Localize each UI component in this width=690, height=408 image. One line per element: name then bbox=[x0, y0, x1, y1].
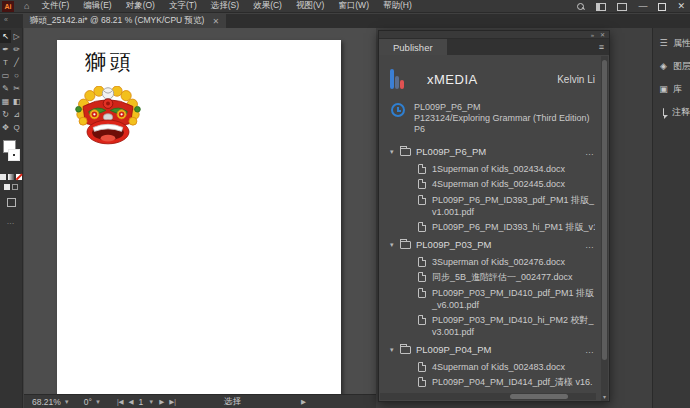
color-button[interactable] bbox=[0, 174, 6, 180]
more-actions-icon[interactable]: … bbox=[585, 240, 595, 250]
type-tool-icon[interactable]: T bbox=[0, 56, 11, 69]
project-row[interactable]: PL009P_P6_PM P123124/Exploring Grammar (… bbox=[390, 102, 595, 135]
horizontal-scrollbar-thumb[interactable] bbox=[510, 394, 568, 399]
change-screen-mode-icon[interactable] bbox=[7, 198, 16, 207]
folder-row[interactable]: ▾ PL009P_P04_PM … bbox=[390, 342, 595, 357]
document-close-icon[interactable]: ✕ bbox=[212, 17, 219, 26]
ellipse-tool-icon[interactable]: ○ bbox=[11, 69, 22, 82]
scroll-down-icon[interactable]: ▾ bbox=[601, 393, 608, 400]
artboard-number[interactable]: 1 bbox=[139, 397, 144, 407]
vertical-scrollbar[interactable]: ▾ bbox=[601, 56, 608, 401]
menu-view[interactable]: 视图(V) bbox=[296, 0, 324, 12]
none-button[interactable] bbox=[16, 174, 22, 180]
previous-artboard-icon[interactable]: ◀ bbox=[129, 398, 134, 406]
publisher-body: xMEDIA Kelvin Li PL009P_P6_PM P123124/Ex… bbox=[379, 55, 609, 387]
line-tool-icon[interactable]: ╱ bbox=[11, 56, 22, 69]
pen-tool-icon[interactable]: ✒ bbox=[0, 43, 11, 56]
more-actions-icon[interactable]: … bbox=[585, 147, 595, 157]
file-name: PL009P_P03_PM_ID410_pdf_PM1 排版_v6.001.pd… bbox=[432, 287, 595, 311]
panel-drag-strip[interactable]: » ✕ bbox=[379, 31, 609, 39]
menu-edit[interactable]: 编辑(E) bbox=[83, 0, 111, 12]
collapse-panel-icon[interactable]: » bbox=[591, 31, 594, 39]
dock-item-properties[interactable]: ☰ 属性 bbox=[653, 36, 690, 50]
menu-file[interactable]: 文件(F) bbox=[41, 0, 69, 12]
screen-mode-icon[interactable] bbox=[617, 3, 627, 11]
folder-row[interactable]: ▾ PL009P_P6_PM … bbox=[390, 144, 595, 159]
dock-item-comments[interactable]: 注释 bbox=[653, 105, 690, 119]
zoom-level-dropdown[interactable]: 68.21% ▼ bbox=[32, 397, 70, 407]
selection-tool-icon[interactable]: ↖ bbox=[0, 30, 11, 43]
file-row[interactable]: PL009P_P03_PM_ID410_hi_PM2 校對_v3.001.pdf bbox=[390, 314, 595, 338]
document-tab-bar: « 獅頭_25142.ai* @ 68.21 % (CMYK/CPU 预览) ✕ bbox=[0, 14, 690, 28]
menu-select[interactable]: 选择(S) bbox=[211, 0, 239, 12]
search-icon[interactable] bbox=[577, 3, 585, 11]
file-row[interactable]: PL009P_P6_PM_ID393_hi_PM1 排版_v1.001.pdf bbox=[390, 221, 595, 233]
more-actions-icon[interactable]: … bbox=[585, 345, 595, 355]
rotation-dropdown[interactable]: 0° ▼ bbox=[84, 397, 101, 407]
tab-publisher[interactable]: Publisher bbox=[379, 39, 447, 55]
rectangle-tool-icon[interactable]: ▭ bbox=[0, 69, 11, 82]
gradient-button[interactable] bbox=[8, 174, 14, 180]
artboard[interactable]: 獅頭 bbox=[57, 40, 341, 394]
hand-tool-icon[interactable]: ✥ bbox=[0, 121, 11, 134]
minimize-button[interactable]: — bbox=[638, 0, 647, 13]
file-row[interactable]: 3Superman of Kids_002476.docx bbox=[390, 256, 595, 268]
workspace-switcher-icon[interactable] bbox=[596, 3, 606, 11]
file-row[interactable]: 同步_5B_進階評估一_002477.docx bbox=[390, 271, 595, 283]
file-row[interactable]: PL009P_P6_PM_ID393_pdf_PM1 排版_v1.001.pdf bbox=[390, 194, 595, 218]
menu-type[interactable]: 文字(T) bbox=[169, 0, 197, 12]
menu-help[interactable]: 帮助(H) bbox=[383, 0, 412, 12]
scissors-tool-icon[interactable]: ✂ bbox=[11, 82, 22, 95]
lion-head-image[interactable] bbox=[74, 86, 142, 145]
caret-down-icon[interactable]: ▾ bbox=[390, 148, 400, 156]
folder-row[interactable]: ▾ PL009P_P03_PM … bbox=[390, 237, 595, 252]
mesh-tool-icon[interactable]: ◧ bbox=[11, 95, 22, 108]
menu-effect[interactable]: 效果(C) bbox=[253, 0, 282, 12]
dock-item-libraries[interactable]: ▣ 库 bbox=[653, 82, 690, 96]
home-icon[interactable]: ⌂ bbox=[24, 1, 29, 12]
caret-down-icon[interactable]: ▾ bbox=[390, 346, 400, 354]
collapse-icon[interactable]: « bbox=[4, 16, 8, 23]
stroke-color-swatch[interactable] bbox=[8, 149, 20, 161]
horizontal-scrollbar[interactable] bbox=[380, 393, 596, 400]
maximize-button[interactable] bbox=[658, 3, 666, 11]
draw-behind-icon[interactable] bbox=[12, 184, 18, 190]
scale-tool-icon[interactable]: ⊿ bbox=[11, 108, 22, 121]
artboard-heading-text[interactable]: 獅頭 bbox=[85, 48, 135, 76]
vertical-scrollbar-thumb[interactable] bbox=[602, 60, 607, 360]
file-name: PL009P_P6_PM_ID393_pdf_PM1 排版_v1.001.pdf bbox=[432, 194, 595, 218]
document-tab[interactable]: 獅頭_25142.ai* @ 68.21 % (CMYK/CPU 预览) ✕ bbox=[23, 14, 226, 28]
canvas-area[interactable]: 獅頭 bbox=[24, 28, 376, 394]
close-panel-icon[interactable]: ✕ bbox=[600, 31, 605, 39]
zoom-tool-icon[interactable]: Q bbox=[11, 121, 22, 134]
edit-toolbar-icon[interactable]: … bbox=[0, 217, 22, 226]
curvature-tool-icon[interactable]: ✏ bbox=[11, 43, 22, 56]
file-row[interactable]: 4Superman of Kids_002483.docx bbox=[390, 361, 595, 373]
first-artboard-icon[interactable]: |◀ bbox=[117, 398, 124, 406]
chevron-down-icon[interactable]: ▼ bbox=[148, 399, 154, 405]
document-icon bbox=[418, 362, 426, 372]
direct-selection-tool-icon[interactable]: ▷ bbox=[11, 30, 22, 43]
menu-object[interactable]: 对象(O) bbox=[126, 0, 155, 12]
dock-item-layers[interactable]: ◈ 图层 bbox=[653, 59, 690, 73]
user-name[interactable]: Kelvin Li bbox=[557, 74, 595, 85]
dock-label: 库 bbox=[673, 83, 682, 96]
rotation-value: 0° bbox=[84, 397, 92, 407]
gradient-tool-icon[interactable]: ▦ bbox=[0, 95, 11, 108]
rotate-tool-icon[interactable]: ↻ bbox=[0, 108, 11, 121]
file-row[interactable]: PL009P_P03_PM_ID410_pdf_PM1 排版_v6.001.pd… bbox=[390, 287, 595, 311]
file-row[interactable]: 1Superman of Kids_002434.docx bbox=[390, 163, 595, 175]
last-artboard-icon[interactable]: ▶| bbox=[169, 398, 176, 406]
caret-down-icon[interactable]: ▾ bbox=[390, 241, 400, 249]
panel-menu-icon[interactable]: ≡ bbox=[599, 42, 604, 52]
close-button[interactable]: ✕ bbox=[677, 0, 685, 13]
draw-normal-icon[interactable] bbox=[4, 184, 10, 190]
file-row[interactable]: PL009P_P04_PM_ID414_pdf_清樣 v16.001.pdf bbox=[390, 376, 595, 387]
status-expand-icon[interactable]: ▶ bbox=[301, 398, 306, 406]
titlebar-controls: — ✕ bbox=[577, 0, 690, 13]
pencil-tool-icon[interactable]: ✎ bbox=[0, 82, 11, 95]
menu-window[interactable]: 窗口(W) bbox=[338, 0, 369, 12]
file-row[interactable]: 4Superman of Kids_002445.docx bbox=[390, 178, 595, 190]
next-artboard-icon[interactable]: ▶ bbox=[159, 398, 164, 406]
properties-sliders-icon: ☰ bbox=[658, 38, 669, 48]
